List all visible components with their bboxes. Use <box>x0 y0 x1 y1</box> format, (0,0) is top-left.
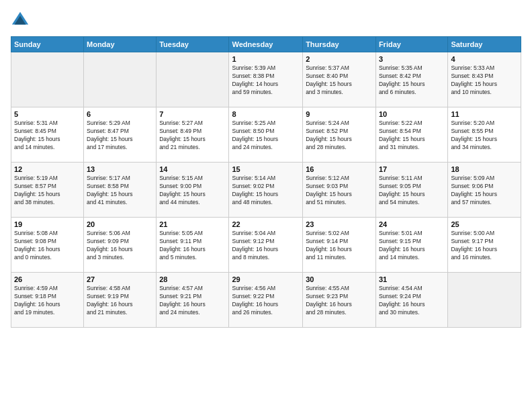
day-info: Sunrise: 5:25 AM Sunset: 8:50 PM Dayligh… <box>232 120 300 152</box>
day-number: 19 <box>14 220 81 228</box>
day-number: 29 <box>232 275 300 283</box>
calendar-cell: 29Sunrise: 4:56 AM Sunset: 9:22 PM Dayli… <box>229 273 303 328</box>
calendar-cell <box>157 52 229 107</box>
day-number: 27 <box>87 275 153 283</box>
calendar-cell: 6Sunrise: 5:29 AM Sunset: 8:47 PM Daylig… <box>84 107 157 163</box>
calendar-cell: 20Sunrise: 5:06 AM Sunset: 9:09 PM Dayli… <box>84 218 157 273</box>
day-info: Sunrise: 4:57 AM Sunset: 9:21 PM Dayligh… <box>159 285 226 317</box>
calendar-cell: 17Sunrise: 5:11 AM Sunset: 9:05 PM Dayli… <box>375 163 447 218</box>
day-number: 6 <box>87 110 153 118</box>
calendar-cell: 26Sunrise: 4:59 AM Sunset: 9:18 PM Dayli… <box>11 273 84 328</box>
day-info: Sunrise: 5:20 AM Sunset: 8:55 PM Dayligh… <box>451 120 518 152</box>
day-of-week-header: Monday <box>84 37 157 52</box>
day-info: Sunrise: 4:58 AM Sunset: 9:19 PM Dayligh… <box>87 285 153 317</box>
calendar-cell: 14Sunrise: 5:15 AM Sunset: 9:00 PM Dayli… <box>157 163 229 218</box>
day-number: 14 <box>159 165 226 173</box>
day-of-week-header: Friday <box>375 37 447 52</box>
day-of-week-header: Saturday <box>448 37 521 52</box>
day-number: 22 <box>232 220 300 228</box>
calendar-cell: 28Sunrise: 4:57 AM Sunset: 9:21 PM Dayli… <box>157 273 229 328</box>
day-number: 23 <box>306 220 373 228</box>
calendar-cell: 16Sunrise: 5:12 AM Sunset: 9:03 PM Dayli… <box>303 163 376 218</box>
calendar-cell: 8Sunrise: 5:25 AM Sunset: 8:50 PM Daylig… <box>229 107 303 163</box>
day-number: 9 <box>306 110 373 118</box>
calendar-week-row: 1Sunrise: 5:39 AM Sunset: 8:38 PM Daylig… <box>11 52 521 107</box>
day-info: Sunrise: 5:00 AM Sunset: 9:17 PM Dayligh… <box>451 230 518 262</box>
calendar-cell <box>11 52 84 107</box>
calendar-cell: 24Sunrise: 5:01 AM Sunset: 9:15 PM Dayli… <box>375 218 447 273</box>
calendar-cell: 30Sunrise: 4:55 AM Sunset: 9:23 PM Dayli… <box>303 273 376 328</box>
day-info: Sunrise: 5:06 AM Sunset: 9:09 PM Dayligh… <box>87 230 153 262</box>
calendar-cell: 11Sunrise: 5:20 AM Sunset: 8:55 PM Dayli… <box>448 107 521 163</box>
day-info: Sunrise: 5:15 AM Sunset: 9:00 PM Dayligh… <box>159 175 226 207</box>
day-info: Sunrise: 5:35 AM Sunset: 8:42 PM Dayligh… <box>379 64 445 97</box>
day-info: Sunrise: 5:11 AM Sunset: 9:05 PM Dayligh… <box>379 175 445 207</box>
logo <box>11 11 32 30</box>
calendar-cell <box>448 273 521 328</box>
calendar-header-row: SundayMondayTuesdayWednesdayThursdayFrid… <box>11 37 521 52</box>
day-number: 10 <box>379 110 445 118</box>
calendar-cell: 12Sunrise: 5:19 AM Sunset: 8:57 PM Dayli… <box>11 163 84 218</box>
day-info: Sunrise: 4:55 AM Sunset: 9:23 PM Dayligh… <box>306 285 373 317</box>
day-info: Sunrise: 5:17 AM Sunset: 8:58 PM Dayligh… <box>87 175 153 207</box>
day-info: Sunrise: 5:27 AM Sunset: 8:49 PM Dayligh… <box>159 120 226 152</box>
day-number: 3 <box>379 55 445 63</box>
day-number: 1 <box>232 55 300 63</box>
calendar-cell: 5Sunrise: 5:31 AM Sunset: 8:45 PM Daylig… <box>11 107 84 163</box>
day-of-week-header: Sunday <box>11 37 84 52</box>
calendar-cell: 1Sunrise: 5:39 AM Sunset: 8:38 PM Daylig… <box>229 52 303 107</box>
day-number: 28 <box>159 275 226 283</box>
day-number: 16 <box>306 165 373 173</box>
calendar-cell: 22Sunrise: 5:04 AM Sunset: 9:12 PM Dayli… <box>229 218 303 273</box>
calendar-cell: 2Sunrise: 5:37 AM Sunset: 8:40 PM Daylig… <box>303 52 376 107</box>
day-number: 11 <box>451 110 518 118</box>
day-of-week-header: Wednesday <box>229 37 303 52</box>
day-number: 25 <box>451 220 518 228</box>
day-number: 13 <box>87 165 153 173</box>
day-info: Sunrise: 5:37 AM Sunset: 8:40 PM Dayligh… <box>306 64 373 97</box>
day-number: 15 <box>232 165 300 173</box>
day-number: 30 <box>306 275 373 283</box>
day-number: 18 <box>451 165 518 173</box>
day-info: Sunrise: 5:12 AM Sunset: 9:03 PM Dayligh… <box>306 175 373 207</box>
day-info: Sunrise: 5:08 AM Sunset: 9:08 PM Dayligh… <box>14 230 81 262</box>
day-info: Sunrise: 4:59 AM Sunset: 9:18 PM Dayligh… <box>14 285 81 317</box>
calendar-cell: 9Sunrise: 5:24 AM Sunset: 8:52 PM Daylig… <box>303 107 376 163</box>
header <box>11 11 521 30</box>
calendar-week-row: 19Sunrise: 5:08 AM Sunset: 9:08 PM Dayli… <box>11 218 521 273</box>
day-of-week-header: Tuesday <box>157 37 229 52</box>
calendar-cell: 23Sunrise: 5:02 AM Sunset: 9:14 PM Dayli… <box>303 218 376 273</box>
day-number: 26 <box>14 275 81 283</box>
day-number: 21 <box>159 220 226 228</box>
day-info: Sunrise: 5:19 AM Sunset: 8:57 PM Dayligh… <box>14 175 81 207</box>
calendar-cell: 31Sunrise: 4:54 AM Sunset: 9:24 PM Dayli… <box>375 273 447 328</box>
calendar-cell <box>84 52 157 107</box>
day-info: Sunrise: 5:04 AM Sunset: 9:12 PM Dayligh… <box>232 230 300 262</box>
logo-icon <box>11 11 30 30</box>
calendar-week-row: 26Sunrise: 4:59 AM Sunset: 9:18 PM Dayli… <box>11 273 521 328</box>
day-number: 2 <box>306 55 373 63</box>
day-number: 5 <box>14 110 81 118</box>
day-info: Sunrise: 5:39 AM Sunset: 8:38 PM Dayligh… <box>232 64 300 97</box>
day-of-week-header: Thursday <box>303 37 376 52</box>
calendar-cell: 7Sunrise: 5:27 AM Sunset: 8:49 PM Daylig… <box>157 107 229 163</box>
day-number: 7 <box>159 110 226 118</box>
day-number: 24 <box>379 220 445 228</box>
day-info: Sunrise: 5:24 AM Sunset: 8:52 PM Dayligh… <box>306 120 373 152</box>
calendar-cell: 13Sunrise: 5:17 AM Sunset: 8:58 PM Dayli… <box>84 163 157 218</box>
day-info: Sunrise: 5:22 AM Sunset: 8:54 PM Dayligh… <box>379 120 445 152</box>
calendar-cell: 27Sunrise: 4:58 AM Sunset: 9:19 PM Dayli… <box>84 273 157 328</box>
day-number: 4 <box>451 55 518 63</box>
day-info: Sunrise: 5:09 AM Sunset: 9:06 PM Dayligh… <box>451 175 518 207</box>
day-info: Sunrise: 5:02 AM Sunset: 9:14 PM Dayligh… <box>306 230 373 262</box>
day-number: 12 <box>14 165 81 173</box>
day-info: Sunrise: 5:01 AM Sunset: 9:15 PM Dayligh… <box>379 230 445 262</box>
calendar-cell: 18Sunrise: 5:09 AM Sunset: 9:06 PM Dayli… <box>448 163 521 218</box>
day-info: Sunrise: 5:33 AM Sunset: 8:43 PM Dayligh… <box>451 64 518 97</box>
calendar-table: SundayMondayTuesdayWednesdayThursdayFrid… <box>11 36 521 328</box>
calendar-cell: 19Sunrise: 5:08 AM Sunset: 9:08 PM Dayli… <box>11 218 84 273</box>
day-info: Sunrise: 5:14 AM Sunset: 9:02 PM Dayligh… <box>232 175 300 207</box>
day-info: Sunrise: 4:54 AM Sunset: 9:24 PM Dayligh… <box>379 285 445 317</box>
calendar-cell: 4Sunrise: 5:33 AM Sunset: 8:43 PM Daylig… <box>448 52 521 107</box>
day-info: Sunrise: 5:05 AM Sunset: 9:11 PM Dayligh… <box>159 230 226 262</box>
